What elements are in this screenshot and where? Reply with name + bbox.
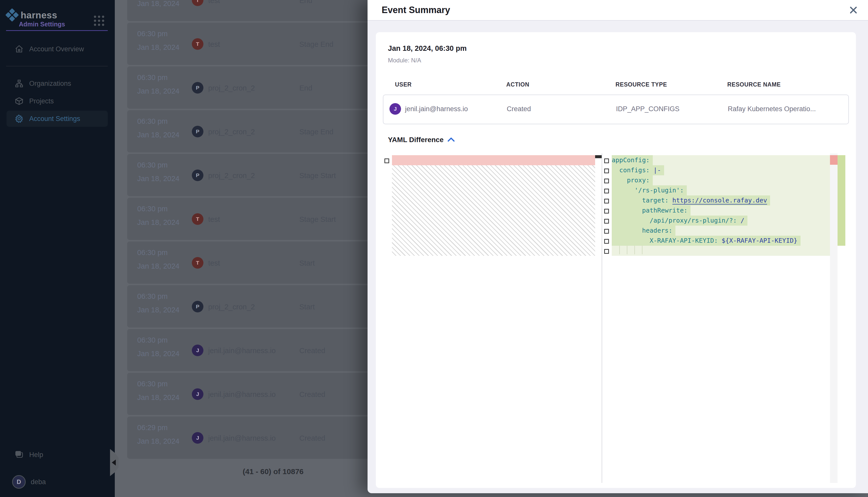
diff-line-marker[interactable] [604, 199, 609, 203]
user-avatar: J [192, 344, 203, 356]
cube-icon [15, 97, 24, 105]
event-action: Created [299, 346, 325, 355]
code-line: '/rs-plugin': [612, 185, 830, 196]
code-line: appConfig: [612, 155, 830, 165]
event-user: proj_2_cron_2 [208, 172, 255, 180]
diff-line-marker[interactable] [604, 249, 609, 254]
column-header-resource-name: RESOURCE NAME [727, 81, 781, 88]
event-action: Created [299, 434, 325, 442]
code-line: headers: [612, 226, 830, 236]
code-line: configs: |- [612, 165, 830, 175]
sidebar-user[interactable]: D deba [6, 474, 108, 489]
diff-line-marker[interactable] [604, 219, 609, 224]
user-avatar: J [192, 432, 203, 444]
diff-ruler-inserted-marker [838, 155, 845, 246]
module-subtitle: Admin Settings [19, 20, 65, 28]
user-avatar: J [389, 103, 401, 115]
diff-deleted-line [392, 155, 595, 165]
diff-right-margin [845, 153, 851, 483]
diff-line-marker[interactable] [604, 158, 609, 163]
event-time: 06:30 pm [137, 336, 168, 344]
help-chat-icon: ? [15, 450, 24, 459]
user-avatar: P [192, 301, 203, 312]
code-line: /api/proxy/rs-plugin/?: / [612, 215, 830, 226]
user-avatar: T [192, 257, 203, 269]
event-user: test [208, 259, 220, 267]
user-avatar: T [192, 0, 203, 6]
diff-overview-ruler [838, 153, 845, 483]
event-summary-drawer: Event Summary Jan 18, 2024, 06:30 pm Mod… [368, 0, 868, 493]
sidebar-item-organizations[interactable]: Organizations [6, 75, 108, 91]
app-grid-icon[interactable] [94, 16, 105, 26]
user-avatar: D [12, 475, 26, 489]
sidebar-item-account-settings[interactable]: Account Settings [6, 111, 108, 127]
event-date: Jan 18, 2024 [137, 43, 179, 52]
pagination-range: (41 - 60) of 10876 [243, 467, 304, 476]
chevron-up-icon[interactable] [447, 136, 455, 144]
event-action: Stage Start [299, 215, 336, 224]
event-record-row[interactable]: J jenil.jain@harness.io Created IDP_APP_… [383, 95, 849, 124]
event-time: 06:30 pm [137, 73, 168, 82]
event-module: Module: N/A [388, 57, 421, 64]
brand-logo[interactable]: harness [7, 10, 57, 20]
sidebar-item-account-overview[interactable]: Account Overview [6, 41, 108, 57]
event-user: jenil.jain@harness.io [208, 346, 276, 355]
column-header-resource-type: RESOURCE TYPE [616, 81, 667, 88]
code-line: target: https://console.rafay.dev [612, 196, 830, 205]
code-line: proxy: [612, 175, 830, 185]
code-line: pathRewrite: [612, 205, 830, 215]
event-user: test [208, 0, 220, 5]
event-date: Jan 18, 2024 [137, 350, 179, 358]
user-avatar: P [192, 82, 203, 94]
drawer-header: Event Summary [368, 0, 868, 20]
event-action: Created [507, 105, 531, 113]
gear-icon [15, 114, 24, 123]
event-date: Jan 18, 2024 [137, 306, 179, 314]
home-icon [15, 44, 24, 54]
diff-line-marker[interactable] [604, 239, 609, 244]
diff-ruler-deleted-marker [830, 155, 838, 165]
diff-line-marker[interactable] [604, 179, 609, 183]
event-user: jenil.jain@harness.io [405, 105, 468, 113]
diff-line-marker[interactable] [604, 209, 609, 214]
diff-line-marker[interactable] [604, 169, 609, 173]
sidebar-item-label: Projects [29, 97, 54, 105]
sidebar-item-projects[interactable]: Projects [6, 93, 108, 109]
close-icon[interactable] [848, 4, 859, 16]
event-time: 06:30 pm [137, 205, 168, 213]
event-date: Jan 18, 2024 [137, 87, 179, 95]
event-date: Jan 18, 2024 [137, 262, 179, 270]
event-action: End [299, 84, 313, 92]
diff-left-pane [392, 153, 602, 483]
diff-line-marker[interactable] [604, 229, 609, 234]
diff-left-gutter [381, 153, 392, 483]
sidebar-item-help[interactable]: ? Help [6, 447, 108, 462]
event-date: Jan 18, 2024 [137, 437, 179, 445]
event-action: Stage End [299, 128, 333, 136]
event-action: Created [299, 390, 325, 399]
event-date: Jan 18, 2024 [137, 0, 179, 8]
code-line: X-RAFAY-API-KEYID: ${X-RAFAY-API-KEYID} [612, 236, 830, 246]
event-user: jenil.jain@harness.io [208, 390, 276, 399]
code-line-empty [612, 246, 830, 256]
event-date: Jan 18, 2024 [137, 174, 179, 183]
target-url-link[interactable]: https://console.rafay.dev [672, 197, 767, 204]
user-avatar: T [192, 38, 203, 50]
event-action: Stage Start [299, 172, 336, 180]
event-time: 06:30 pm [137, 248, 168, 257]
brand-underline [6, 30, 108, 31]
diff-scroll-track[interactable] [830, 153, 838, 483]
event-action: Start [299, 303, 315, 311]
sidebar-divider [6, 66, 108, 67]
yaml-diff-viewer: appConfig: configs: |- proxy: '/rs-plugi… [381, 153, 851, 483]
diff-line-marker[interactable] [384, 158, 389, 163]
event-date: Jan 18, 2024 [137, 393, 179, 402]
diff-filler-hatch [392, 165, 595, 256]
diff-line-marker[interactable] [604, 189, 609, 194]
event-user: test [208, 215, 220, 224]
harness-logo-icon [5, 8, 19, 23]
event-action: Stage End [299, 40, 333, 48]
user-name: deba [31, 478, 46, 486]
column-header-user: USER [395, 81, 412, 88]
event-date: Jan 18, 2024 [137, 218, 179, 227]
